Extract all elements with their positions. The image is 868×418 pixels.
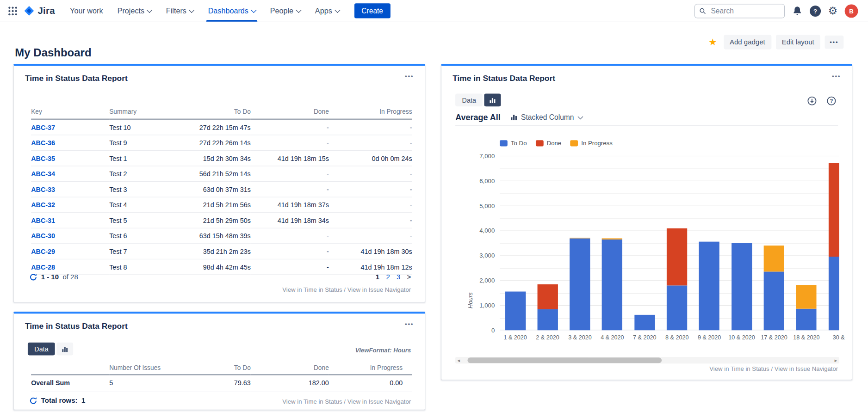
edit-layout-button[interactable]: Edit layout — [775, 35, 820, 49]
bar-segment-in-progress — [764, 246, 784, 272]
issue-key-link[interactable]: ABC-35 — [31, 150, 109, 166]
tab-chart[interactable] — [57, 343, 74, 356]
chevron-down-icon — [296, 7, 302, 13]
issue-key-link[interactable]: ABC-32 — [31, 197, 109, 213]
scrollbar-thumb[interactable] — [468, 357, 662, 363]
view-in-issue-navigator-link[interactable]: View in Issue Navigator — [775, 365, 838, 372]
issue-done-time: 41d 19h 18m 15s — [251, 150, 329, 166]
pagination-page-3[interactable]: 3 — [397, 273, 400, 281]
create-button[interactable]: Create — [354, 3, 391, 18]
primary-nav: Your workProjectsFiltersDashboardsPeople… — [63, 0, 347, 22]
legend-item-done[interactable]: Done — [536, 140, 561, 146]
gadget-more-icon[interactable]: ••• — [405, 320, 414, 327]
issue-key-link[interactable]: ABC-30 — [31, 228, 109, 244]
dashboard-more-button[interactable]: ••• — [825, 36, 843, 49]
bar-segment-to-do — [667, 285, 687, 330]
gridline — [500, 218, 839, 219]
issue-done-time: - — [251, 182, 329, 197]
user-avatar[interactable]: B — [845, 4, 858, 18]
issue-done-time: - — [251, 259, 329, 275]
pagination-page-2[interactable]: 2 — [386, 273, 390, 281]
pagination-next-button[interactable]: > — [407, 273, 411, 281]
gadget-more-icon[interactable]: ••• — [832, 73, 841, 79]
issue-summary: Test 1 — [109, 150, 181, 166]
bar-segment-done — [537, 284, 558, 309]
legend-swatch — [536, 140, 544, 146]
nav-item-label: Projects — [118, 6, 144, 15]
nav-item-label: Filters — [166, 6, 186, 15]
tab-chart[interactable] — [484, 94, 501, 107]
nav-item-dashboards[interactable]: Dashboards — [201, 0, 263, 22]
issue-inprogress-time: 0d 0h 0m 24s — [329, 150, 412, 166]
chevron-down-icon — [147, 7, 153, 13]
scroll-left-arrow[interactable]: ◄ — [455, 357, 462, 363]
y-tick-label: 0 — [441, 327, 495, 333]
bar-segment-to-do — [764, 272, 784, 331]
bar-segment-to-do — [570, 239, 590, 331]
issue-key-link[interactable]: ABC-33 — [31, 182, 109, 197]
col-todo: To Do — [182, 363, 251, 375]
gadget-more-icon[interactable]: ••• — [405, 73, 414, 79]
issue-inprogress-time: - — [329, 197, 412, 213]
refresh-icon[interactable] — [30, 397, 37, 405]
bar-chart-icon — [62, 345, 68, 352]
issue-inprogress-time: - — [329, 182, 412, 197]
issue-key-link[interactable]: ABC-37 — [31, 119, 109, 135]
nav-item-label: People — [270, 6, 293, 15]
view-in-issue-navigator-link[interactable]: View in Issue Navigator — [347, 286, 411, 293]
jira-logo[interactable]: Jira — [23, 5, 55, 17]
issue-key-link[interactable]: ABC-36 — [31, 135, 109, 151]
tab-data[interactable]: Data — [455, 94, 483, 107]
issue-todo-time: 27d 22h 26m 14s — [181, 135, 251, 151]
issue-key-link[interactable]: ABC-28 — [31, 259, 109, 275]
scroll-right-arrow[interactable]: ► — [832, 357, 839, 363]
app-switcher-icon[interactable] — [6, 5, 19, 17]
settings-gear-icon[interactable]: ⚙ — [828, 6, 837, 16]
bar-segment-done — [829, 163, 839, 257]
legend-swatch — [500, 140, 508, 146]
nav-item-filters[interactable]: Filters — [159, 0, 201, 22]
chevron-down-icon — [251, 7, 256, 13]
tab-data[interactable]: Data — [28, 343, 55, 356]
view-in-issue-navigator-link[interactable]: View in Issue Navigator — [347, 398, 411, 405]
col-inprogress: In Progress — [329, 363, 412, 375]
nav-item-people[interactable]: People — [263, 0, 308, 22]
issue-done-time: - — [251, 244, 329, 259]
bar-segment-to-do — [537, 309, 558, 331]
pagination-page-1: 1 — [376, 273, 379, 281]
notifications-bell-icon[interactable] — [792, 6, 803, 16]
chart-type-dropdown[interactable]: Stacked Column — [510, 113, 582, 122]
search-input[interactable] — [710, 6, 780, 15]
issue-key-link[interactable]: ABC-34 — [31, 166, 109, 182]
pagination-total: of 28 — [62, 273, 78, 281]
nav-item-your-work[interactable]: Your work — [63, 0, 111, 22]
issue-key-link[interactable]: ABC-31 — [31, 213, 109, 228]
view-in-time-in-status-link[interactable]: View in Time in Status — [282, 398, 342, 405]
link-separator: / — [342, 398, 347, 405]
view-in-time-in-status-link[interactable]: View in Time in Status — [282, 286, 342, 293]
scrollbar-track[interactable] — [462, 357, 833, 363]
pagination-pages: 123> — [376, 273, 411, 281]
chart-help-icon[interactable]: ? — [826, 96, 837, 106]
help-icon[interactable]: ? — [810, 5, 821, 16]
bar-chart-icon — [490, 97, 496, 103]
view-in-time-in-status-link[interactable]: View in Time in Status — [709, 365, 769, 372]
export-download-icon[interactable] — [807, 96, 817, 106]
bar-segment-to-do — [796, 309, 817, 331]
nav-item-apps[interactable]: Apps — [308, 0, 347, 22]
col-done: Done — [251, 363, 329, 375]
issue-row: ABC-34Test 256d 21h 52m 14s-- — [31, 166, 412, 182]
issue-row: ABC-32Test 421d 5h 21m 56s41d 19h 18m 37… — [31, 197, 412, 213]
refresh-icon[interactable] — [30, 273, 37, 281]
legend-label: To Do — [511, 140, 527, 146]
favorite-star-icon[interactable]: ★ — [708, 37, 717, 48]
issue-inprogress-time: 41d 19h 18m 30s — [329, 244, 412, 259]
legend-item-in-progress[interactable]: In Progress — [570, 140, 612, 146]
search-box[interactable] — [694, 4, 785, 18]
add-gadget-button[interactable]: Add gadget — [724, 35, 771, 49]
nav-item-projects[interactable]: Projects — [110, 0, 159, 22]
legend-item-to-do[interactable]: To Do — [500, 140, 527, 146]
issue-todo-time: 15d 2h 30m 34s — [181, 150, 251, 166]
issue-key-link[interactable]: ABC-29 — [31, 244, 109, 259]
issue-inprogress-time: - — [329, 119, 412, 135]
